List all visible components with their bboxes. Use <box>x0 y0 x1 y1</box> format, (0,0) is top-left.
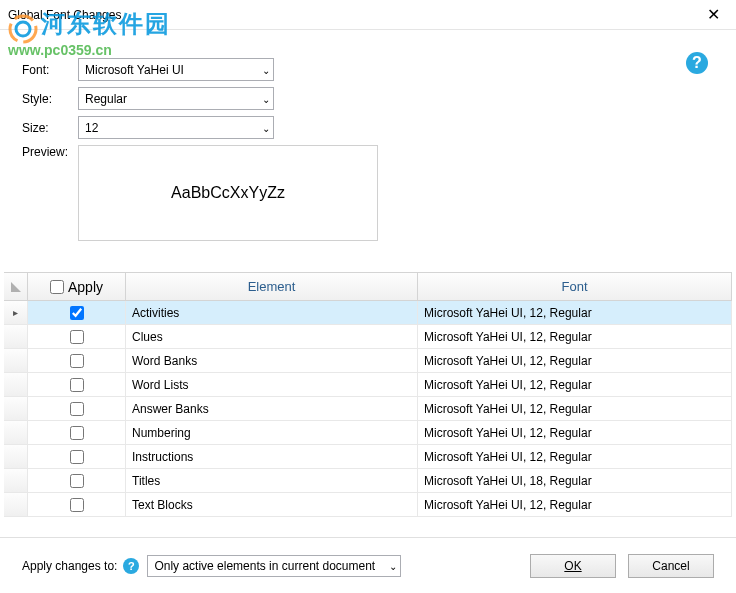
font-label: Font: <box>22 63 78 77</box>
apply-checkbox[interactable] <box>70 426 84 440</box>
cancel-button[interactable]: Cancel <box>628 554 714 578</box>
titlebar: Global Font Changes ✕ <box>0 0 736 30</box>
row-indicator <box>4 349 28 372</box>
table-row[interactable]: InstructionsMicrosoft YaHei UI, 12, Regu… <box>4 445 732 469</box>
row-indicator <box>4 325 28 348</box>
row-indicator <box>4 445 28 468</box>
font-cell: Microsoft YaHei UI, 12, Regular <box>418 301 732 324</box>
row-indicator <box>4 421 28 444</box>
element-cell: Word Lists <box>126 373 418 396</box>
font-cell: Microsoft YaHei UI, 12, Regular <box>418 445 732 468</box>
apply-cell <box>28 445 126 468</box>
table-row[interactable]: Word BanksMicrosoft YaHei UI, 12, Regula… <box>4 349 732 373</box>
element-cell: Titles <box>126 469 418 492</box>
row-indicator <box>4 493 28 516</box>
window-title: Global Font Changes <box>8 8 691 22</box>
apply-cell <box>28 421 126 444</box>
font-select[interactable]: Microsoft YaHei UI <box>78 58 274 81</box>
grid-body[interactable]: ActivitiesMicrosoft YaHei UI, 12, Regula… <box>4 301 732 517</box>
row-indicator-header[interactable] <box>4 273 28 300</box>
apply-checkbox[interactable] <box>70 354 84 368</box>
style-select[interactable]: Regular <box>78 87 274 110</box>
apply-cell <box>28 349 126 372</box>
table-row[interactable]: TitlesMicrosoft YaHei UI, 18, Regular <box>4 469 732 493</box>
element-cell: Instructions <box>126 445 418 468</box>
row-indicator <box>4 397 28 420</box>
apply-checkbox[interactable] <box>70 450 84 464</box>
element-cell: Numbering <box>126 421 418 444</box>
help-icon[interactable]: ? <box>686 52 708 74</box>
apply-to-select[interactable]: Only active elements in current document <box>147 555 401 577</box>
grid-header: Apply Element Font <box>4 273 732 301</box>
element-column-header[interactable]: Element <box>126 273 418 300</box>
apply-cell <box>28 493 126 516</box>
table-row[interactable]: Word ListsMicrosoft YaHei UI, 12, Regula… <box>4 373 732 397</box>
form-area: Font: Microsoft YaHei UI ⌄ Style: Regula… <box>0 30 736 241</box>
apply-cell <box>28 325 126 348</box>
font-cell: Microsoft YaHei UI, 12, Regular <box>418 349 732 372</box>
ok-button[interactable]: OK <box>530 554 616 578</box>
element-cell: Clues <box>126 325 418 348</box>
apply-cell <box>28 373 126 396</box>
element-cell: Word Banks <box>126 349 418 372</box>
element-cell: Activities <box>126 301 418 324</box>
apply-to-label: Apply changes to: <box>22 559 117 573</box>
font-cell: Microsoft YaHei UI, 12, Regular <box>418 421 732 444</box>
table-row[interactable]: ActivitiesMicrosoft YaHei UI, 12, Regula… <box>4 301 732 325</box>
table-row[interactable]: CluesMicrosoft YaHei UI, 12, Regular <box>4 325 732 349</box>
font-column-header[interactable]: Font <box>418 273 732 300</box>
row-indicator <box>4 373 28 396</box>
size-select[interactable]: 12 <box>78 116 274 139</box>
style-label: Style: <box>22 92 78 106</box>
apply-checkbox[interactable] <box>70 378 84 392</box>
font-cell: Microsoft YaHei UI, 12, Regular <box>418 373 732 396</box>
font-cell: Microsoft YaHei UI, 12, Regular <box>418 397 732 420</box>
apply-checkbox[interactable] <box>70 306 84 320</box>
font-cell: Microsoft YaHei UI, 12, Regular <box>418 325 732 348</box>
table-row[interactable]: Answer BanksMicrosoft YaHei UI, 12, Regu… <box>4 397 732 421</box>
font-cell: Microsoft YaHei UI, 18, Regular <box>418 469 732 492</box>
close-button[interactable]: ✕ <box>691 0 736 30</box>
apply-cell <box>28 397 126 420</box>
row-indicator <box>4 301 28 324</box>
font-cell: Microsoft YaHei UI, 12, Regular <box>418 493 732 516</box>
apply-column-header[interactable]: Apply <box>28 273 126 300</box>
apply-all-checkbox[interactable] <box>50 280 64 294</box>
preview-label: Preview: <box>22 145 78 241</box>
apply-checkbox[interactable] <box>70 474 84 488</box>
table-row[interactable]: NumberingMicrosoft YaHei UI, 12, Regular <box>4 421 732 445</box>
apply-checkbox[interactable] <box>70 498 84 512</box>
apply-header-label: Apply <box>68 279 103 295</box>
table-row[interactable]: Text BlocksMicrosoft YaHei UI, 12, Regul… <box>4 493 732 517</box>
apply-cell <box>28 469 126 492</box>
apply-cell <box>28 301 126 324</box>
apply-checkbox[interactable] <box>70 402 84 416</box>
size-label: Size: <box>22 121 78 135</box>
element-cell: Answer Banks <box>126 397 418 420</box>
element-cell: Text Blocks <box>126 493 418 516</box>
footer-help-icon[interactable]: ? <box>123 558 139 574</box>
footer: Apply changes to: ? Only active elements… <box>0 537 736 593</box>
apply-checkbox[interactable] <box>70 330 84 344</box>
preview-box: AaBbCcXxYyZz <box>78 145 378 241</box>
triangle-icon <box>11 282 21 292</box>
row-indicator <box>4 469 28 492</box>
grid: Apply Element Font ActivitiesMicrosoft Y… <box>4 272 732 517</box>
